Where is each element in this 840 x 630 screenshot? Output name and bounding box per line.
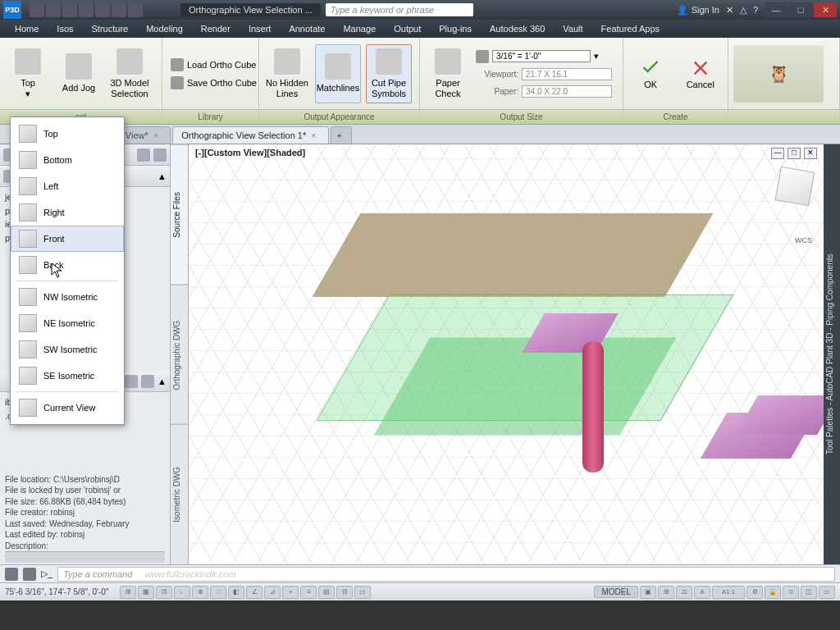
signin-button[interactable]: 👤 Sign In [677, 5, 719, 16]
sb-sel-icon[interactable]: ▭ [354, 586, 371, 599]
paper-value[interactable]: 34.0 X 22.0 [522, 85, 612, 98]
menu-nw-iso[interactable]: NW Isometric [11, 284, 124, 310]
ok-button[interactable]: OK [628, 44, 673, 103]
menu-se-iso[interactable]: SE Isometric [11, 363, 124, 389]
cloud-icon[interactable]: △ [740, 5, 746, 16]
cut-pipe-button[interactable]: Cut Pipe Symbols [366, 44, 412, 103]
tab-manage[interactable]: Manage [335, 21, 384, 36]
drawing-canvas[interactable]: [-][Custom View][Shaded] — □ ✕ WCS [189, 144, 824, 564]
close-icon[interactable]: × [311, 130, 316, 140]
sb-ortho-icon[interactable]: ∟ [174, 586, 190, 599]
menu-top[interactable]: Top [11, 121, 124, 147]
tab-vault[interactable]: Vault [555, 21, 591, 36]
app-badge[interactable]: P3D [3, 1, 21, 19]
top-view-button[interactable]: Top▾ [5, 44, 51, 103]
tab-featured[interactable]: Featured Apps [593, 21, 669, 36]
load-ortho-button[interactable]: Load Ortho Cube [167, 57, 260, 73]
sb-tran-icon[interactable]: ▤ [318, 586, 335, 599]
sb-ann-icon[interactable]: ⚖ [676, 586, 692, 599]
menu-sw-iso[interactable]: SW Isometric [11, 336, 124, 363]
tab-autodesk360[interactable]: Autodesk 360 [482, 21, 553, 36]
qat-open-icon[interactable] [46, 2, 61, 17]
sb-infer-icon[interactable]: ⊞ [120, 586, 136, 599]
tab-output[interactable]: Output [386, 21, 429, 36]
wcs-label[interactable]: WCS [795, 236, 812, 244]
command-input[interactable]: Type a command www.fullcrackindir.com [57, 567, 835, 582]
qat-print-icon[interactable] [95, 2, 110, 17]
menu-current[interactable]: Current View [11, 395, 124, 421]
save-ortho-button[interactable]: Save Ortho Cube [167, 75, 260, 91]
sb-grid-icon[interactable]: ⊡ [156, 586, 172, 599]
new-tab-button[interactable]: + [331, 126, 352, 144]
paper-check-button[interactable]: Paper Check [425, 44, 471, 103]
qat-saveall-icon[interactable] [79, 2, 94, 17]
vp-min-icon[interactable]: — [771, 148, 784, 159]
help-icon[interactable]: ? [753, 5, 758, 15]
tab-insert[interactable]: Insert [240, 21, 280, 36]
close-icon[interactable]: × [153, 130, 158, 140]
qat-redo-icon[interactable] [128, 2, 143, 17]
tab-home[interactable]: Home [7, 21, 47, 36]
cancel-button[interactable]: Cancel [678, 44, 724, 103]
tab-modeling[interactable]: Modeling [138, 21, 191, 36]
qat-undo-icon[interactable] [112, 2, 126, 17]
sb-otrack-icon[interactable]: ∠ [246, 586, 262, 599]
sb-ducs-icon[interactable]: ⊿ [264, 586, 281, 599]
chevron-up-icon[interactable]: ▲ [158, 171, 167, 181]
exchange-icon[interactable]: ✕ [726, 5, 733, 16]
history-icon[interactable] [5, 568, 18, 581]
sb-osnap-icon[interactable]: □ [210, 586, 226, 599]
maximize-button[interactable]: □ [789, 2, 812, 17]
viewport-value[interactable]: 21.7 X 16.1 [522, 68, 612, 80]
wrench-icon[interactable] [23, 568, 36, 581]
tab-render[interactable]: Render [193, 21, 239, 36]
tool-palettes-strip[interactable]: Tool Palettes - AutoCAD Plant 3D - Pipin… [824, 144, 840, 564]
menu-bottom[interactable]: Bottom [11, 147, 124, 173]
matchlines-button[interactable]: Matchlines [315, 44, 361, 103]
vtab-source[interactable]: Source Files [171, 144, 188, 285]
vtab-ortho[interactable]: Orthographic DWG [171, 285, 188, 425]
sb-clean-icon[interactable]: ▭ [819, 586, 835, 599]
tab-isos[interactable]: Isos [48, 21, 81, 36]
view-icon[interactable] [125, 375, 138, 388]
view-label[interactable]: [-][Custom View][Shaded] [195, 148, 305, 158]
sb-snap-icon[interactable]: ▦ [138, 586, 154, 599]
gear-icon[interactable] [137, 148, 150, 162]
tab-plugins[interactable]: Plug-ins [431, 21, 480, 36]
viewcube[interactable] [775, 167, 815, 207]
scale-select[interactable]: 3/16" = 1'-0" [492, 50, 591, 62]
folder-icon[interactable] [153, 148, 167, 162]
vp-max-icon[interactable]: □ [788, 148, 801, 159]
sb-iso-icon[interactable]: ◫ [801, 586, 817, 599]
sb-lwt-icon[interactable]: ≡ [300, 586, 317, 599]
menu-left[interactable]: Left [11, 173, 124, 199]
vtab-iso[interactable]: Isometric DWG [171, 424, 188, 564]
model-space-button[interactable]: MODEL [594, 586, 638, 598]
sb-lock-icon[interactable]: 🔒 [765, 586, 781, 599]
sb-annscale-icon[interactable]: A [694, 586, 710, 599]
add-jog-button[interactable]: Add Jog [56, 44, 102, 103]
vp-close-icon[interactable]: ✕ [804, 148, 817, 159]
menu-front[interactable]: Front [11, 226, 124, 252]
close-button[interactable]: ✕ [814, 2, 837, 17]
sb-hw-icon[interactable]: ⊙ [783, 586, 799, 599]
search-input[interactable]: Type a keyword or phrase [326, 3, 473, 16]
sb-polar-icon[interactable]: ⊕ [192, 586, 208, 599]
tab-structure[interactable]: Structure [84, 21, 137, 36]
menu-ne-iso[interactable]: NE Isometric [11, 310, 124, 336]
chevron-up-icon[interactable]: ▲ [158, 377, 167, 386]
sb-qprop-icon[interactable]: ⊟ [336, 586, 353, 599]
sb-dyn-icon[interactable]: + [282, 586, 299, 599]
menu-right[interactable]: Right [11, 199, 124, 226]
sb-layout-icon[interactable]: ▣ [640, 586, 656, 599]
scrollbar-x[interactable] [5, 551, 165, 563]
sb-ws-icon[interactable]: ⚙ [746, 586, 763, 599]
qat-save-icon[interactable] [62, 2, 77, 17]
sb-3dosnap-icon[interactable]: ◧ [228, 586, 244, 599]
sb-quickview-icon[interactable]: ⊞ [658, 586, 674, 599]
view2-icon[interactable] [141, 375, 154, 388]
no-hidden-lines-button[interactable]: No Hidden Lines [264, 44, 310, 103]
qat-new-icon[interactable] [30, 2, 44, 17]
model-selection-button[interactable]: 3D Model Selection [107, 44, 153, 103]
minimize-button[interactable]: — [765, 2, 788, 17]
